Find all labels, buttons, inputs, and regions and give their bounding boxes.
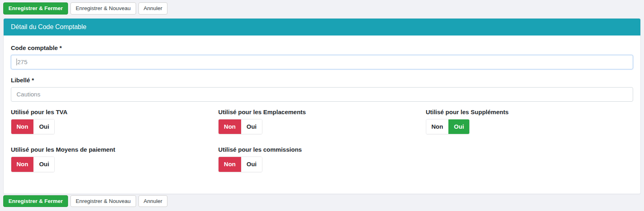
toggle-supplements-non-button[interactable]: Non (426, 119, 448, 134)
toggle-supplements: Utilisé pour les Suppléments Non Oui (426, 103, 633, 135)
toggle-tva-label: Utilisé pour les TVA (11, 109, 218, 115)
libelle-value: Cautions (17, 91, 40, 98)
toggle-emplacements-non-button[interactable]: Non (219, 119, 241, 134)
panel-title: Détail du Code Comptable (4, 19, 640, 36)
save-new-button-bottom[interactable]: Enregistrer & Nouveau (70, 195, 136, 207)
toggle-emplacements-oui-button[interactable]: Oui (241, 119, 262, 134)
toggle-commissions-label: Utilisé pour les commissions (218, 146, 425, 153)
save-close-button-bottom[interactable]: Enregistrer & Fermer (3, 195, 68, 207)
toggle-emplacements-group: Non Oui (218, 119, 262, 135)
text-cursor (17, 58, 17, 65)
toggle-commissions-group: Non Oui (218, 157, 262, 172)
toggle-tva-oui-button[interactable]: Oui (33, 119, 54, 134)
toggle-commissions: Utilisé pour les commissions Non Oui (218, 141, 425, 172)
toggle-moyens-paiement-oui-button[interactable]: Oui (33, 157, 54, 172)
toggle-tva: Utilisé pour les TVA Non Oui (11, 103, 218, 135)
save-close-button[interactable]: Enregistrer & Fermer (3, 2, 68, 15)
toolbar-bottom: Enregistrer & Fermer Enregistrer & Nouve… (0, 194, 644, 207)
toggle-moyens-paiement-label: Utilisé pour les Moyens de paiement (11, 146, 218, 153)
toggle-moyens-paiement: Utilisé pour les Moyens de paiement Non … (11, 141, 218, 172)
cancel-button-bottom[interactable]: Annuler (138, 195, 168, 207)
toggle-commissions-non-button[interactable]: Non (219, 157, 241, 172)
code-comptable-label: Code comptable * (11, 44, 633, 51)
panel-body: Code comptable * 275 Libellé * Cautions … (4, 36, 640, 173)
toggle-tva-non-button[interactable]: Non (11, 119, 33, 134)
toggle-moyens-paiement-non-button[interactable]: Non (11, 157, 33, 172)
account-code-detail-panel: Détail du Code Comptable Code comptable … (3, 18, 641, 194)
libelle-input[interactable]: Cautions (11, 87, 633, 102)
code-comptable-input[interactable]: 275 (11, 55, 633, 69)
toggle-moyens-paiement-group: Non Oui (11, 157, 55, 172)
toggle-supplements-group: Non Oui (426, 119, 470, 135)
toggle-tva-group: Non Oui (11, 119, 55, 135)
libelle-label: Libellé * (11, 77, 633, 84)
toggle-emplacements-label: Utilisé pour les Emplacements (218, 109, 425, 115)
toolbar-top: Enregistrer & Fermer Enregistrer & Nouve… (0, 0, 644, 15)
toggle-supplements-label: Utilisé pour les Suppléments (426, 109, 633, 115)
cancel-button[interactable]: Annuler (138, 2, 168, 15)
code-comptable-value: 275 (17, 58, 27, 65)
toggle-supplements-oui-button[interactable]: Oui (448, 119, 469, 134)
toggle-commissions-oui-button[interactable]: Oui (241, 157, 262, 172)
toggle-emplacements: Utilisé pour les Emplacements Non Oui (218, 103, 425, 135)
save-new-button[interactable]: Enregistrer & Nouveau (70, 2, 136, 15)
toggle-grid: Utilisé pour les TVA Non Oui Utilisé pou… (11, 103, 633, 173)
